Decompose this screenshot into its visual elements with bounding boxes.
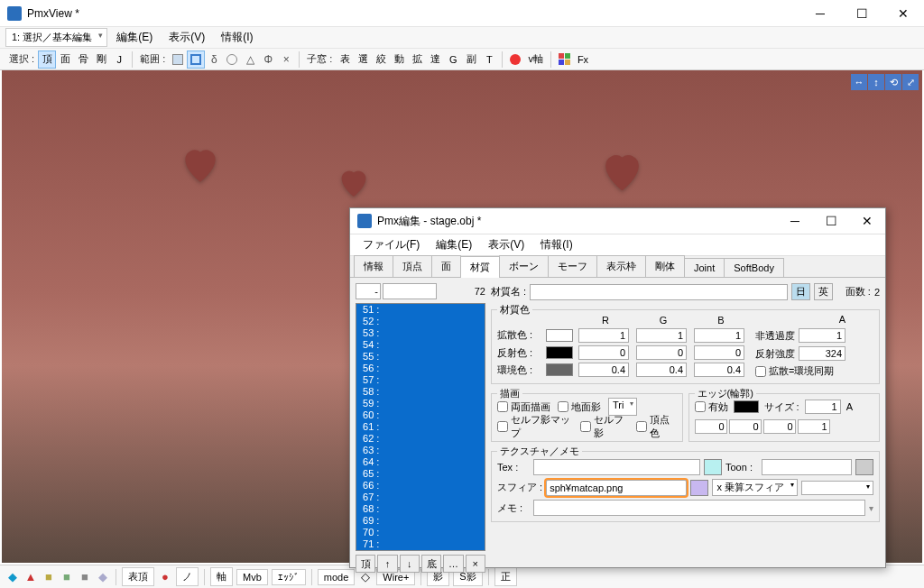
reflect-str-input[interactable] — [799, 346, 845, 361]
tab-情報[interactable]: 情報 — [354, 255, 393, 277]
tab-表示枠[interactable]: 表示枠 — [596, 255, 646, 277]
close-button[interactable]: ✕ — [882, 0, 924, 27]
modal-maximize[interactable]: ☐ — [813, 208, 849, 234]
idx-input-2[interactable] — [383, 283, 437, 299]
bb-violet-icon[interactable]: ◆ — [96, 570, 110, 584]
bb-gray-icon[interactable]: ■ — [78, 570, 92, 584]
tab-材質[interactable]: 材質 — [460, 256, 500, 278]
reflect-r[interactable] — [578, 345, 629, 360]
list-item[interactable]: 51 : — [356, 304, 485, 316]
reflect-swatch[interactable] — [546, 346, 573, 359]
memo-input[interactable] — [533, 500, 865, 516]
list-btn[interactable]: ↓ — [400, 555, 420, 573]
cb-ground[interactable] — [558, 401, 568, 412]
list-item[interactable]: 68 : — [356, 503, 485, 515]
toon-input[interactable] — [762, 459, 852, 475]
tab-頂点[interactable]: 頂点 — [393, 255, 432, 277]
lang-en[interactable]: 英 — [814, 283, 833, 300]
modal-menu-info[interactable]: 情報(I) — [533, 234, 579, 255]
list-item[interactable]: 61 : — [356, 421, 485, 433]
sub-shibo[interactable]: 絞 — [372, 51, 390, 69]
tab-剛体[interactable]: 剛体 — [645, 255, 685, 277]
list-item[interactable]: 62 : — [356, 433, 485, 445]
sub-fuku[interactable]: 副 — [462, 51, 480, 69]
list-btn[interactable]: 底 — [421, 555, 441, 573]
bb-tan-icon[interactable]: ■ — [42, 570, 56, 584]
sel-vertex[interactable]: 頂 — [38, 51, 56, 69]
reflect-b[interactable] — [694, 345, 744, 360]
memo-expand-icon[interactable]: ▾ — [869, 503, 873, 513]
diffuse-r[interactable] — [578, 328, 629, 343]
list-item[interactable]: 65 : — [356, 468, 485, 480]
sub-table[interactable]: 表 — [336, 51, 354, 69]
list-item[interactable]: 57 : — [356, 374, 485, 386]
list-item[interactable]: 66 : — [356, 480, 485, 492]
sub-t[interactable]: T — [480, 51, 498, 69]
edge-v1[interactable] — [729, 419, 762, 434]
list-item[interactable]: 58 : — [356, 386, 485, 398]
list-item[interactable]: 67 : — [356, 492, 485, 503]
bb-blue-icon[interactable]: ◆ — [5, 570, 20, 584]
modal-minimize[interactable]: ─ — [777, 208, 813, 234]
list-item[interactable]: 71 : — [356, 538, 485, 550]
sph-swatch[interactable] — [690, 480, 708, 496]
tab-面[interactable]: 面 — [431, 255, 461, 277]
modal-menu-file[interactable]: ファイル(F) — [356, 234, 427, 255]
bb-axis[interactable]: 軸 — [210, 567, 233, 586]
sph-input[interactable] — [546, 480, 687, 496]
tool-redcircle[interactable] — [506, 51, 524, 69]
sync-checkbox[interactable] — [755, 366, 766, 377]
sph-mode-dropdown[interactable]: x 乗算スフィア — [712, 479, 798, 496]
sel-face[interactable]: 面 — [56, 51, 74, 69]
list-item[interactable]: 56 : — [356, 363, 485, 374]
idx-input-1[interactable] — [356, 283, 381, 299]
list-item[interactable]: 64 : — [356, 456, 485, 468]
ambient-b[interactable] — [694, 363, 744, 377]
cb-vcol[interactable] — [636, 421, 647, 432]
ambient-g[interactable] — [636, 363, 687, 377]
bb-nori[interactable]: ノ — [176, 567, 199, 586]
bb-mvb[interactable]: Mvb — [236, 569, 268, 585]
ambient-swatch[interactable] — [546, 363, 573, 376]
nav-move-icon[interactable]: ↕ — [868, 74, 884, 90]
reflect-g[interactable] — [636, 345, 687, 360]
name-input[interactable] — [530, 284, 788, 300]
cb-selfmap[interactable] — [497, 421, 508, 432]
diffuse-g[interactable] — [636, 328, 687, 343]
mode-dropdown[interactable]: 1: 選択／基本編集 — [5, 28, 107, 47]
maximize-button[interactable]: ☐ — [841, 0, 882, 27]
ambient-r[interactable] — [578, 363, 629, 377]
bb-dot-icon[interactable]: ● — [158, 570, 172, 584]
list-btn[interactable]: 頂 — [356, 555, 375, 573]
menu-edit[interactable]: 編集(E) — [109, 27, 160, 48]
bb-green-icon[interactable]: ■ — [60, 570, 74, 584]
sub-kaku[interactable]: 拡 — [408, 51, 426, 69]
list-item[interactable]: 55 : — [356, 351, 485, 363]
list-item[interactable]: 60 : — [356, 409, 485, 421]
cb-edge-enable[interactable] — [695, 401, 706, 412]
tool-vaxis[interactable]: v軸 — [524, 51, 547, 69]
sel-bone[interactable]: 骨 — [74, 51, 92, 69]
list-btn[interactable]: × — [466, 555, 485, 573]
edge-v0[interactable] — [695, 419, 727, 434]
list-item[interactable]: 70 : — [356, 527, 485, 538]
tri-dropdown[interactable]: Tri — [608, 398, 637, 416]
menu-view[interactable]: 表示(V) — [162, 27, 212, 48]
range-rect-outline[interactable] — [187, 51, 205, 69]
modal-menu-view[interactable]: 表示(V) — [481, 234, 531, 255]
list-item[interactable]: 59 : — [356, 398, 485, 409]
tex-swatch[interactable] — [704, 459, 722, 475]
list-item[interactable]: 53 : — [356, 327, 485, 339]
edge-v3[interactable] — [798, 419, 830, 434]
range-tri[interactable]: △ — [241, 51, 259, 69]
nav-pan-icon[interactable]: ↔ — [851, 74, 867, 90]
diffuse-b[interactable] — [694, 328, 744, 343]
cb-self[interactable] — [580, 421, 591, 432]
edge-size-input[interactable] — [805, 400, 841, 414]
modal-menu-edit[interactable]: 編集(E) — [429, 234, 479, 255]
bb-hyoujou[interactable]: 表頂 — [122, 567, 154, 586]
tab-SoftBody[interactable]: SoftBody — [724, 258, 784, 277]
modal-close[interactable]: ✕ — [849, 208, 885, 234]
diffuse-swatch[interactable] — [546, 329, 573, 342]
toon-swatch[interactable] — [855, 459, 873, 475]
